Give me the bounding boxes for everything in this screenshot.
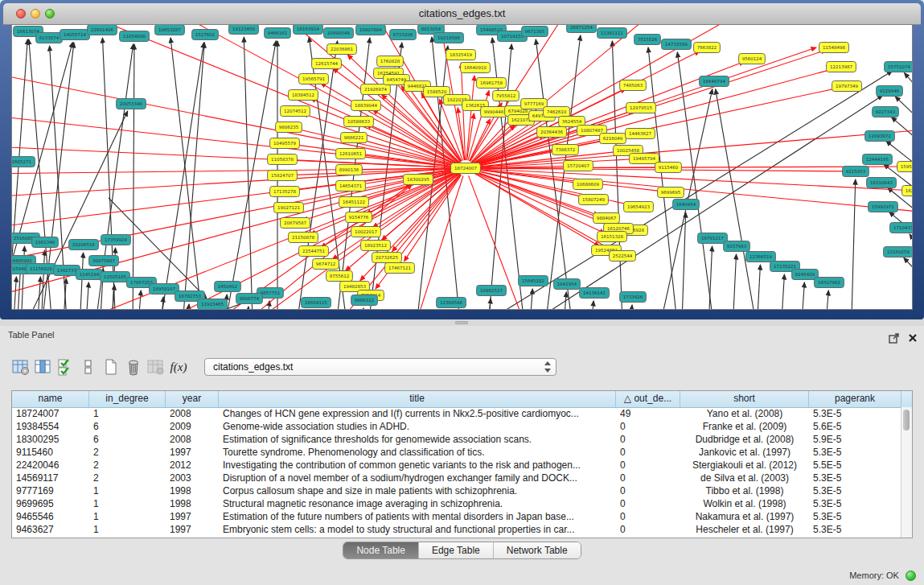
graph-edge[interactable] <box>181 43 204 309</box>
graph-edge[interactable] <box>297 170 458 206</box>
select-columns-icon[interactable] <box>56 356 76 377</box>
graph-node[interactable]: 16604115 <box>302 298 331 308</box>
table-row[interactable]: 1872400712008Changes of HCN gene express… <box>12 407 901 420</box>
scrollbar-thumb[interactable] <box>903 410 910 431</box>
graph-node[interactable]: 8133074 <box>36 33 63 43</box>
graph-node[interactable]: 11156828 <box>27 264 56 274</box>
graph-node[interactable]: 18163914 <box>294 25 323 35</box>
graph-node[interactable]: 17135278 <box>270 187 300 197</box>
table-row[interactable]: 969969511998Structural magnetic resonanc… <box>12 497 901 510</box>
column-header-out-de-[interactable]: △ out_de... <box>616 391 680 407</box>
graph-edge[interactable] <box>732 254 737 309</box>
new-column-icon[interactable] <box>101 356 121 377</box>
table-row[interactable]: 946362711997Embryonic stem cells: a mode… <box>12 523 901 536</box>
graph-node[interactable]: 14654371 <box>336 181 366 192</box>
graph-edge[interactable] <box>589 301 593 309</box>
tab-node-table[interactable]: Node Table <box>343 542 419 558</box>
graph-edge[interactable] <box>185 304 189 309</box>
graph-node[interactable]: 19027121 <box>274 203 304 213</box>
graph-node[interactable]: 19218586 <box>434 33 464 43</box>
graph-node[interactable]: 22036861 <box>327 44 357 55</box>
graph-node[interactable]: 7663822 <box>694 43 721 53</box>
graph-node[interactable]: 9884067 <box>593 213 620 224</box>
graph-node[interactable]: 11381111 <box>598 28 627 39</box>
graph-node[interactable]: 6216049 <box>600 134 626 144</box>
graph-node[interactable]: 12093872 <box>865 131 895 142</box>
graph-node[interactable]: 18325419 <box>446 50 476 60</box>
graph-node[interactable]: 10990548 <box>324 28 354 39</box>
graph-edge[interactable] <box>800 282 804 309</box>
graph-edge[interactable] <box>708 246 713 309</box>
graph-node[interactable]: 19565791 <box>299 74 329 84</box>
graph-node[interactable]: 9129946 <box>877 86 903 97</box>
graph-node[interactable]: 20053346 <box>117 99 146 109</box>
graph-node[interactable]: 1621335 <box>902 186 912 196</box>
graph-node[interactable]: 8755612 <box>326 271 353 282</box>
graph-node[interactable]: 11058378 <box>268 154 298 165</box>
graph-node[interactable]: 18839044 <box>351 101 381 111</box>
graph-node[interactable]: 17104374 <box>890 223 912 233</box>
graph-edge[interactable] <box>895 97 912 144</box>
graph-node[interactable]: 7955812 <box>493 91 519 101</box>
graph-node[interactable]: 16151328 <box>598 232 627 242</box>
graph-edge[interactable] <box>628 305 632 309</box>
graph-node[interactable]: 12169259 <box>884 247 912 257</box>
graph-edge[interactable] <box>12 170 458 266</box>
clear-selection-icon[interactable] <box>79 356 98 377</box>
graph-node[interactable]: 10022017 <box>351 227 381 237</box>
graph-edge[interactable] <box>110 285 114 309</box>
splitter-grip-icon[interactable] <box>455 321 468 324</box>
graph-node[interactable]: 19654923 <box>624 202 654 212</box>
graph-node[interactable]: 10688609 <box>573 179 603 190</box>
graph-node[interactable]: 16807884 <box>356 25 386 35</box>
float-panel-icon[interactable] <box>889 333 899 344</box>
graph-node[interactable]: 10653287 <box>155 25 185 35</box>
graph-node[interactable]: 11548498 <box>819 43 849 53</box>
graph-node[interactable]: 15720407 <box>564 161 593 171</box>
graph-node[interactable]: 19797349 <box>832 81 862 92</box>
graph-node[interactable]: 2450412 <box>215 282 241 292</box>
table-scrollbar[interactable] <box>901 407 912 538</box>
graph-edge[interactable] <box>40 250 45 309</box>
graph-node[interactable]: 8990136 <box>336 165 363 175</box>
graph-edge[interactable] <box>137 290 141 309</box>
graph-node[interactable]: 14463627 <box>626 129 655 139</box>
graph-node[interactable]: 9215953 <box>843 167 869 177</box>
table-settings-icon[interactable] <box>11 356 31 377</box>
graph-node[interactable]: 12444195 <box>863 154 893 165</box>
graph-node[interactable]: 10981527 <box>477 286 507 296</box>
graph-node[interactable]: 15992971 <box>869 202 898 212</box>
graph-edge[interactable] <box>159 297 163 309</box>
graph-node[interactable]: 9154776 <box>346 212 372 223</box>
column-header-title[interactable]: title <box>219 391 616 407</box>
graph-node[interactable]: 18384512 <box>289 90 318 101</box>
graph-node[interactable]: 7462610 <box>544 107 570 117</box>
delete-column-icon[interactable] <box>124 356 143 377</box>
graph-node[interactable]: 1595854 <box>897 162 912 172</box>
graph-node[interactable]: 14136141 <box>580 288 610 299</box>
graph-node[interactable]: 9886222 <box>351 295 378 306</box>
graph-node[interactable]: 22691406 <box>88 25 117 35</box>
graph-node[interactable]: 20732625 <box>372 253 402 263</box>
graph-node[interactable]: 9674712 <box>313 259 339 270</box>
graph-node[interactable]: 17467121 <box>385 263 415 274</box>
graph-node[interactable]: 16451122 <box>339 197 369 208</box>
graph-edge[interactable] <box>84 282 88 309</box>
table-selector-dropdown[interactable]: citations_edges.txt <box>204 358 556 376</box>
graph-node[interactable]: 21926974 <box>361 84 391 95</box>
graph-edge[interactable] <box>79 253 84 309</box>
graph-node[interactable]: 14055714 <box>60 30 90 40</box>
graph-edge[interactable] <box>372 109 458 163</box>
graph-edge[interactable] <box>36 277 40 309</box>
graph-node[interactable]: 14732599 <box>662 39 692 50</box>
graph-edge[interactable] <box>756 265 760 309</box>
graph-node[interactable]: 12368588 <box>437 298 466 308</box>
graph-node[interactable]: 9227343 <box>873 107 899 117</box>
graph-node[interactable]: 9990448 <box>481 107 507 117</box>
graph-node[interactable]: 1760828 <box>377 56 404 67</box>
graph-node[interactable]: 18724007 <box>451 163 481 174</box>
graph-node[interactable]: 12505185 <box>101 272 130 282</box>
graph-node[interactable]: 1733426 <box>620 292 647 303</box>
graph-edge[interactable] <box>359 308 363 309</box>
graph-node[interactable]: 18300295 <box>404 175 433 185</box>
